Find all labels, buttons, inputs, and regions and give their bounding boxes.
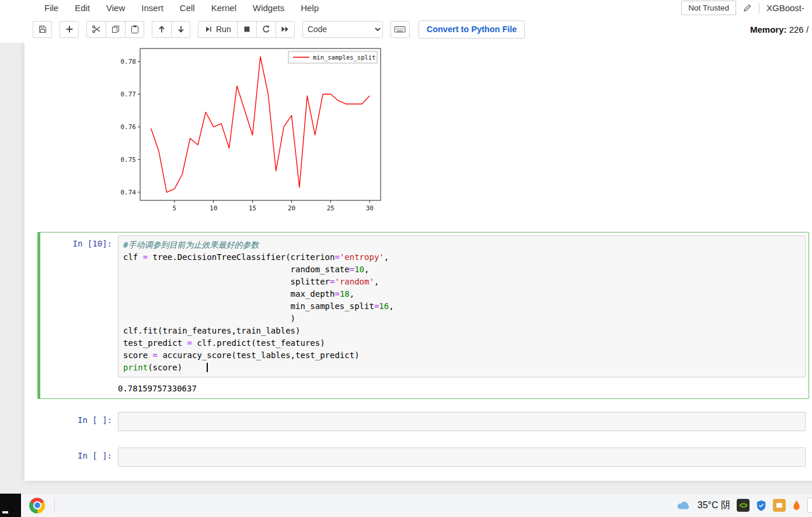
input-prompt: In [10]: <box>43 235 118 377</box>
add-cell-button[interactable] <box>60 21 79 38</box>
code-cell[interactable]: In [10]: #手动调参到目前为止效果最好的参数clf = tree.Dec… <box>37 232 809 399</box>
interrupt-kernel-button[interactable] <box>237 21 256 38</box>
arrow-down-icon <box>176 25 186 34</box>
fast-forward-icon <box>280 25 290 34</box>
svg-text:20: 20 <box>288 204 295 212</box>
cut-cell-button[interactable] <box>86 21 106 38</box>
windows-taskbar: 35°C 阴 <box>0 493 812 517</box>
restart-kernel-button[interactable] <box>256 21 276 38</box>
cell-output: 0.78159757330637 <box>118 383 197 393</box>
memory-value: 226 / <box>789 25 808 34</box>
kernel-separator <box>759 3 759 13</box>
svg-text:0.77: 0.77 <box>121 91 137 98</box>
taskbar-separator <box>54 498 55 513</box>
taskbar-terminal-app[interactable] <box>0 494 21 517</box>
empty-cell-2[interactable]: In [ ]: <box>37 444 809 470</box>
svg-text:min_samples_split: min_samples_split <box>313 54 375 61</box>
memory-indicator: Memory: 226 / <box>750 25 808 34</box>
convert-to-python-button[interactable]: Convert to Python File <box>419 20 525 39</box>
tray-app-icon[interactable] <box>773 499 786 512</box>
weather-cloud-icon[interactable] <box>676 500 691 511</box>
svg-text:0.75: 0.75 <box>121 156 137 164</box>
chart-output-cell: 0.740.750.760.770.7851015202530min_sampl… <box>114 44 812 219</box>
svg-text:0.78: 0.78 <box>121 58 137 65</box>
paste-icon <box>130 25 140 34</box>
not-trusted-button[interactable]: Not Trusted <box>681 1 736 15</box>
step-forward-icon <box>204 25 212 34</box>
menu-edit[interactable]: Edit <box>67 0 98 16</box>
restart-run-all-button[interactable] <box>276 21 295 38</box>
move-cell-up-button[interactable] <box>152 21 171 38</box>
tray-edge-partial-icon[interactable] <box>807 498 812 513</box>
restart-icon <box>262 25 271 34</box>
copy-icon <box>111 25 120 34</box>
menubar: File Edit View Insert Cell Kernel Widget… <box>0 0 812 16</box>
system-tray: 35°C 阴 <box>676 494 812 517</box>
save-button[interactable] <box>33 21 52 38</box>
arrow-up-icon <box>157 25 166 34</box>
edit-mode-pencil-icon <box>743 4 752 12</box>
menu-kernel[interactable]: Kernel <box>203 0 245 16</box>
menu-view[interactable]: View <box>98 0 133 16</box>
keyboard-icon <box>394 25 406 34</box>
kernel-name: XGBoost- <box>766 3 811 13</box>
security-shield-icon[interactable] <box>756 499 766 512</box>
save-icon <box>38 25 47 34</box>
svg-text:0.76: 0.76 <box>121 123 137 131</box>
menu-cell[interactable]: Cell <box>172 0 203 16</box>
notebook-page: 0.740.750.760.770.7851015202530min_sampl… <box>0 43 812 494</box>
svg-text:10: 10 <box>210 204 217 212</box>
nvidia-tray-icon[interactable] <box>737 499 750 512</box>
cell-type-select[interactable]: Code <box>302 21 383 38</box>
taskbar-chrome-icon[interactable] <box>29 498 45 513</box>
menu-help[interactable]: Help <box>292 0 327 16</box>
memory-label: Memory: <box>750 25 787 34</box>
svg-text:5: 5 <box>173 204 177 212</box>
svg-text:25: 25 <box>327 204 334 212</box>
code-editor[interactable]: #手动调参到目前为止效果最好的参数clf = tree.DecisionTree… <box>118 235 806 377</box>
code-editor-empty-2[interactable] <box>118 447 806 467</box>
input-prompt: In [ ]: <box>43 412 118 431</box>
code-editor-empty-1[interactable] <box>118 412 806 431</box>
flame-tray-icon[interactable] <box>792 500 801 511</box>
svg-text:15: 15 <box>249 204 256 212</box>
paste-cell-button[interactable] <box>125 21 144 38</box>
stop-icon <box>242 25 252 34</box>
move-cell-down-button[interactable] <box>171 21 190 38</box>
svg-text:30: 30 <box>366 204 374 212</box>
chart-svg: 0.740.750.760.770.7851015202530min_sampl… <box>114 44 389 219</box>
code-lines: #手动调参到目前为止效果最好的参数clf = tree.DecisionTree… <box>123 239 800 374</box>
menu-file[interactable]: File <box>36 0 67 16</box>
notebook-container: 0.740.750.760.770.7851015202530min_sampl… <box>25 43 812 481</box>
run-button[interactable]: Run <box>198 21 237 38</box>
toolbar: Run Code Convert to Python File Memory: … <box>0 16 812 43</box>
plus-icon <box>65 25 74 34</box>
run-button-label: Run <box>216 25 231 34</box>
input-prompt: In [ ]: <box>43 447 118 467</box>
output-prompt-spacer <box>43 383 118 393</box>
menu-insert[interactable]: Insert <box>133 0 172 16</box>
temperature-label[interactable]: 35°C 阴 <box>698 499 730 512</box>
scissors-icon <box>92 25 101 34</box>
copy-cell-button[interactable] <box>106 21 125 38</box>
menu-widgets[interactable]: Widgets <box>245 0 292 16</box>
svg-text:0.74: 0.74 <box>121 189 137 196</box>
empty-cell-1[interactable]: In [ ]: <box>37 408 809 435</box>
command-palette-button[interactable] <box>391 21 410 38</box>
